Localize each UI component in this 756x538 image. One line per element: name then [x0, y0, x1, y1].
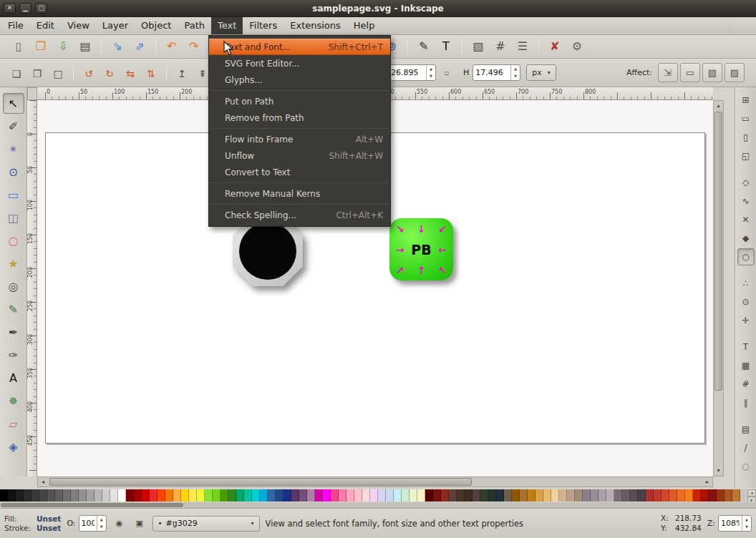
palette-swatch[interactable]: [339, 489, 346, 502]
layer-visibility-icon[interactable]: ◉: [112, 517, 127, 531]
snap-path-intersections-icon[interactable]: ✕: [737, 211, 755, 228]
palette-scroll-thumb[interactable]: [1, 503, 183, 507]
palette-swatch[interactable]: [732, 489, 740, 502]
snap-cusp-nodes-icon[interactable]: ◆: [737, 230, 755, 247]
align-dialog-icon[interactable]: ☰: [513, 37, 533, 56]
zoom-spinner[interactable]: ▲▼: [742, 516, 751, 531]
maximize-button[interactable]: ▢: [35, 3, 47, 14]
zoom-field[interactable]: ▲▼: [718, 515, 752, 532]
palette-swatch[interactable]: [638, 489, 646, 502]
width-field[interactable]: ▲▼: [388, 64, 436, 81]
palette-swatch[interactable]: [622, 489, 630, 502]
palette-swatch[interactable]: [583, 489, 591, 502]
palette-swatch[interactable]: [677, 489, 685, 502]
scroll-up-icon[interactable]: ▴: [714, 101, 723, 111]
eraser-tool-icon[interactable]: ▱: [3, 414, 24, 434]
snap-page-border-icon[interactable]: ▦: [737, 357, 755, 374]
layer-lock-icon[interactable]: ▣: [132, 517, 147, 531]
close-button[interactable]: ✕: [4, 3, 16, 14]
open-document-icon[interactable]: ❒: [31, 37, 51, 56]
titlebar[interactable]: ✕▁▢ samplepage.svg - Inkscape: [0, 0, 756, 17]
star-tool-icon[interactable]: ★: [3, 253, 24, 274]
palette-swatch[interactable]: [685, 489, 693, 502]
snap-object-centers-icon[interactable]: ⊙: [737, 293, 755, 310]
snap-guides-icon[interactable]: ∥: [737, 394, 755, 411]
palette-swatch[interactable]: [181, 489, 189, 502]
palette-swatch[interactable]: [386, 489, 394, 502]
palette-swatch[interactable]: [402, 489, 410, 502]
palette-swatch[interactable]: [63, 489, 71, 502]
palette-swatch[interactable]: [79, 489, 87, 502]
vertical-ruler[interactable]: 050100150200250300350400450: [27, 100, 37, 476]
palette-swatch[interactable]: [449, 489, 457, 502]
palette-swatch[interactable]: [220, 489, 228, 502]
palette-swatch[interactable]: [433, 489, 441, 502]
palette-swatch[interactable]: [591, 489, 598, 502]
palette-swatch[interactable]: [71, 489, 79, 502]
palette-swatch[interactable]: [606, 489, 614, 502]
palette-swatch[interactable]: [536, 489, 543, 502]
palette-swatch[interactable]: [693, 489, 701, 502]
palette-swatch[interactable]: [662, 489, 669, 502]
palette-swatch[interactable]: [394, 489, 402, 502]
menu-item-svg-font-editor[interactable]: SVG Font Editor...: [209, 55, 390, 72]
palette-swatch[interactable]: [0, 489, 8, 502]
palette-swatch[interactable]: [717, 489, 724, 502]
palette-swatch[interactable]: [528, 489, 536, 502]
palette-swatch[interactable]: [47, 489, 55, 502]
horizontal-scroll-thumb[interactable]: [49, 478, 472, 486]
bezier-tool-icon[interactable]: ✒: [3, 322, 24, 343]
palette-swatch[interactable]: [268, 489, 276, 502]
layer-selector[interactable]: • #g3029 ▾: [152, 516, 260, 532]
palette-swatch[interactable]: [8, 489, 16, 502]
pencil-tool-icon[interactable]: ✎: [3, 299, 24, 320]
new-document-icon[interactable]: ▯: [9, 37, 29, 56]
menu-item-glyphs[interactable]: Glyphs...: [209, 72, 390, 88]
palette-swatch[interactable]: [378, 489, 386, 502]
scale-corners-icon[interactable]: ▭: [680, 63, 700, 82]
palette-swatch[interactable]: [228, 489, 236, 502]
palette-swatch[interactable]: [362, 489, 370, 502]
palette-swatch[interactable]: [598, 489, 606, 502]
menubar-item-edit[interactable]: Edit: [30, 17, 61, 34]
height-spinner[interactable]: ▲▼: [510, 65, 520, 80]
text-tool-icon[interactable]: A: [3, 368, 24, 388]
paint-bucket-tool-icon[interactable]: ◈: [3, 436, 24, 457]
palette-swatch[interactable]: [197, 489, 205, 502]
palette-swatch[interactable]: [512, 489, 520, 502]
palette-swatch[interactable]: [567, 489, 575, 502]
rectangle-tool-icon[interactable]: ▭: [3, 185, 24, 205]
palette-swatch[interactable]: [410, 489, 417, 502]
snap-grids-icon[interactable]: #: [737, 376, 755, 393]
xml-editor-icon[interactable]: #: [490, 37, 510, 56]
text-dialog-icon[interactable]: T: [436, 37, 456, 56]
palette-swatch[interactable]: [488, 489, 496, 502]
menubar-item-filters[interactable]: Filters: [243, 17, 284, 34]
palette-swatch[interactable]: [260, 489, 268, 502]
palette-swatch[interactable]: [646, 489, 654, 502]
zoom-tool-icon[interactable]: ⊙: [3, 162, 24, 182]
select-all-icon[interactable]: ❏: [7, 64, 26, 82]
palette-swatch[interactable]: [205, 489, 213, 502]
menu-item-check-spelling[interactable]: Check Spelling...Ctrl+Alt+K: [209, 207, 390, 223]
palette-swatch[interactable]: [417, 489, 425, 502]
opacity-field[interactable]: ▲▼: [79, 515, 107, 532]
scroll-down-icon[interactable]: ▾: [714, 466, 723, 476]
menu-item-text-and-font[interactable]: Text and Font...Shift+Ctrl+T: [209, 39, 390, 55]
palette-swatch[interactable]: [252, 489, 260, 502]
palette-scroll-left-icon[interactable]: ◂: [747, 489, 756, 497]
menu-item-convert-to-text[interactable]: Convert to Text: [209, 164, 390, 180]
selector-tool-icon[interactable]: ↖: [3, 93, 24, 114]
palette-swatch[interactable]: [110, 489, 118, 502]
vertical-scrollbar[interactable]: ▴ ▾: [713, 100, 724, 476]
pb-button-shape[interactable]: ↘↓↙→PB←↗↑↖: [389, 218, 453, 280]
menubar-item-extensions[interactable]: Extensions: [284, 17, 347, 34]
palette-swatch[interactable]: [504, 489, 512, 502]
palette-swatch[interactable]: [150, 489, 158, 502]
palette-scrollbar[interactable]: [0, 502, 756, 508]
lock-ratio-icon[interactable]: ▫: [440, 67, 453, 79]
snap-enable-icon[interactable]: ⊞: [737, 92, 755, 109]
raise-to-top-icon[interactable]: ↥: [173, 64, 191, 82]
select-all-layers-icon[interactable]: ❐: [28, 64, 47, 82]
export-icon[interactable]: ⇗: [130, 37, 150, 56]
